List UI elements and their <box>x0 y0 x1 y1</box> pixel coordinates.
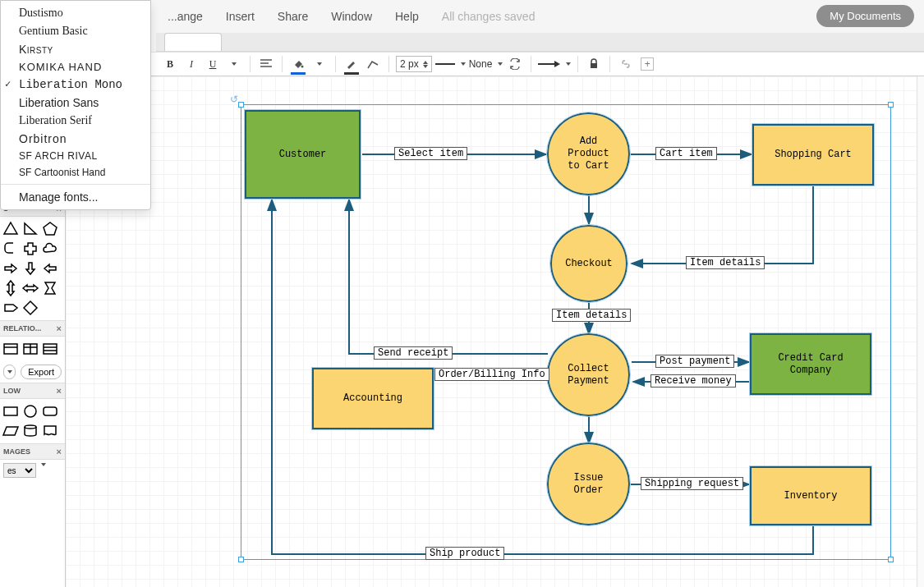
close-icon[interactable]: × <box>57 447 62 456</box>
resize-handle-se[interactable] <box>888 557 894 562</box>
arrow-left-icon[interactable] <box>41 259 59 277</box>
italic-button[interactable]: I <box>182 55 200 73</box>
font-item-sf-arch-rival[interactable]: SF ARCH RIVAL <box>1 148 150 164</box>
fill-color-button[interactable] <box>289 55 307 73</box>
menu-insert[interactable]: Insert <box>214 10 266 23</box>
menu-window[interactable]: Window <box>319 10 384 23</box>
edge-label-receive-money[interactable]: Receive money <box>650 374 736 388</box>
font-item-orbitron[interactable]: Orbitron <box>1 130 150 148</box>
font-item-liberation-sans[interactable]: Liberation Sans <box>1 94 150 112</box>
link-button[interactable] <box>617 55 635 73</box>
font-item-kirsty[interactable]: Kirsty <box>1 40 150 58</box>
node-shopping-cart[interactable]: Shopping Cart <box>752 124 874 186</box>
text-more-button[interactable] <box>225 55 243 73</box>
cycle-button[interactable] <box>506 55 524 73</box>
rtriangle-icon[interactable] <box>21 220 39 238</box>
line-color-button[interactable] <box>342 55 361 73</box>
node-add-product[interactable]: Add Product to Cart <box>547 112 630 195</box>
node-credit-card[interactable]: Credit Card Company <box>750 333 871 395</box>
font-item-sf-cartoonist[interactable]: SF Cartoonist Hand <box>1 164 150 181</box>
link-icon <box>619 58 632 70</box>
export-button[interactable]: Export <box>21 365 62 379</box>
arrow-style-button[interactable] <box>538 55 571 73</box>
node-customer[interactable]: Customer <box>245 110 361 199</box>
edge-label-ship-product[interactable]: Ship product <box>425 547 504 560</box>
relation-panel-header[interactable]: RELATIO...× <box>0 320 65 337</box>
edge-label-select-item[interactable]: Select item <box>394 147 467 160</box>
node-inventory[interactable]: Inventory <box>750 466 871 525</box>
images-panel-header[interactable]: MAGES× <box>0 443 65 460</box>
stroke-width-value: 2 px <box>400 58 419 70</box>
add-panel-button[interactable]: + <box>638 55 656 73</box>
resize-handle-sw[interactable] <box>238 557 244 562</box>
plus-shape-icon[interactable] <box>21 240 39 258</box>
lock-button[interactable] <box>585 55 603 73</box>
menu-share[interactable]: Share <box>266 10 319 23</box>
font-item-komika[interactable]: KOMIKA HAND <box>1 58 150 76</box>
menu-arrange[interactable]: ...ange <box>156 10 214 23</box>
dash-select[interactable]: None <box>469 55 503 73</box>
edge-label-order-billing[interactable]: Order/Billing Info <box>434 368 549 381</box>
triangle-icon[interactable] <box>2 220 20 238</box>
go-arrow-icon[interactable] <box>2 299 20 317</box>
edge-label-item-details-1[interactable]: Item details <box>686 256 765 269</box>
node-accounting[interactable]: Accounting <box>312 368 434 429</box>
edge-label-shipping-request[interactable]: Shipping request <box>641 477 743 490</box>
resize-handle-ne[interactable] <box>888 102 894 108</box>
bold-button[interactable]: B <box>161 55 179 73</box>
table2-icon[interactable] <box>21 340 39 358</box>
diagram-canvas[interactable]: ↺ Customer Add Product <box>66 76 924 587</box>
svg-point-8 <box>25 425 36 429</box>
rect-icon[interactable] <box>2 402 20 420</box>
document-tab[interactable] <box>164 33 222 51</box>
node-checkout[interactable]: Checkout <box>550 225 627 302</box>
edge-label-post-payment[interactable]: Post payment <box>655 355 734 368</box>
manage-fonts-button[interactable]: Manage fonts... <box>1 188 150 206</box>
my-documents-button[interactable]: My Documents <box>816 5 914 27</box>
roundrect-icon[interactable] <box>41 402 59 420</box>
close-icon[interactable]: × <box>57 386 62 396</box>
edge-label-send-receipt[interactable]: Send receipt <box>374 346 453 360</box>
edge-label-item-details-2[interactable]: Item details <box>552 309 631 322</box>
arrow-right-icon[interactable] <box>2 259 20 277</box>
edge-label-cart-item[interactable]: Cart item <box>655 147 717 160</box>
polyline-icon <box>366 58 379 70</box>
node-issue-order[interactable]: Issue Order <box>547 443 630 525</box>
font-dropdown-menu[interactable]: Dustismo Gentium Basic Kirsty KOMIKA HAN… <box>0 0 151 210</box>
arrow-ud-icon[interactable] <box>2 279 20 297</box>
parall-icon[interactable] <box>2 422 20 440</box>
cloud-icon[interactable] <box>41 240 59 258</box>
circle-shape-icon[interactable] <box>21 402 39 420</box>
images-select[interactable]: es <box>3 463 36 478</box>
table3-icon[interactable] <box>41 340 59 358</box>
font-item-liberation-mono[interactable]: Liberation Mono <box>1 76 150 94</box>
font-item-liberation-serif[interactable]: Liberation Serif <box>1 112 150 130</box>
lbracket-icon[interactable] <box>2 240 20 258</box>
menu-help[interactable]: Help <box>384 10 430 23</box>
align-button[interactable] <box>257 55 275 73</box>
underline-button[interactable]: U <box>204 55 222 73</box>
flow-panel-header[interactable]: LOW× <box>0 383 65 399</box>
hex-arrow-icon[interactable] <box>41 279 59 297</box>
shapes-sidebar: S× RELATIO...× Export LOW× <box>0 200 66 587</box>
dropdown-icon[interactable] <box>3 365 16 379</box>
line-style-button[interactable] <box>435 55 466 73</box>
line-shape-button[interactable] <box>364 55 382 73</box>
resize-handle-nw[interactable] <box>238 102 244 108</box>
font-item-gentium[interactable]: Gentium Basic <box>1 22 150 40</box>
font-item-dustismo[interactable]: Dustismo <box>1 4 150 22</box>
stroke-width-stepper[interactable]: 2 px <box>396 56 432 72</box>
table-icon[interactable] <box>2 340 20 358</box>
svg-point-6 <box>25 406 36 417</box>
node-collect-payment[interactable]: Collect Payment <box>547 333 630 416</box>
cylinder-icon[interactable] <box>21 422 39 440</box>
arrow-lr-icon[interactable] <box>21 279 39 297</box>
close-icon[interactable]: × <box>57 323 62 333</box>
pencil-icon <box>345 58 358 70</box>
diamond-icon[interactable] <box>21 299 39 317</box>
pentagon-icon[interactable] <box>41 220 59 238</box>
vertical-scrollbar[interactable] <box>917 76 924 587</box>
arrow-down-icon[interactable] <box>21 259 39 277</box>
fill-more-button[interactable] <box>310 55 329 73</box>
doc-icon[interactable] <box>41 422 59 440</box>
